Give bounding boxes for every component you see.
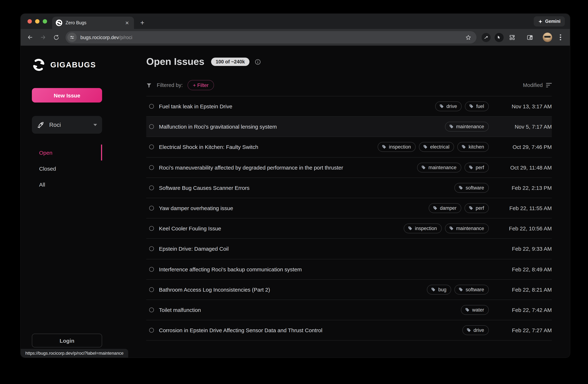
- bookmark-star-icon[interactable]: [463, 33, 473, 42]
- project-select[interactable]: Roci: [32, 116, 102, 134]
- site-favicon: [56, 20, 62, 26]
- issue-title[interactable]: Toilet malfunction: [159, 307, 201, 313]
- close-window-button[interactable]: [27, 19, 32, 23]
- issue-title[interactable]: Bathroom Access Log Inconsistencies (Par…: [159, 287, 270, 293]
- extension-cursor-icon[interactable]: [493, 31, 505, 43]
- extensions-puzzle-icon[interactable]: [506, 31, 518, 43]
- issue-tags: maintenance perf: [417, 162, 489, 172]
- tag-label: water: [472, 307, 484, 313]
- forward-button[interactable]: [37, 31, 49, 43]
- tag-pill[interactable]: maintenance: [445, 122, 489, 132]
- tag-pill[interactable]: drive: [435, 101, 462, 111]
- sort-label[interactable]: Modified: [523, 82, 543, 88]
- issue-title[interactable]: Epstein Drive: Damaged Coil: [159, 246, 229, 252]
- browser-menu-icon[interactable]: [555, 31, 566, 43]
- tag-icon: [423, 145, 428, 149]
- issue-row[interactable]: Fuel tank leak in Epstein Drive drive fu…: [146, 96, 552, 117]
- zoom-window-button[interactable]: [43, 19, 47, 23]
- issue-row[interactable]: Corrosion in Epstein Drive Affecting Sen…: [146, 320, 552, 340]
- open-status-icon: [149, 206, 154, 210]
- open-status-icon: [149, 165, 154, 170]
- open-status-icon: [149, 145, 154, 149]
- issue-date: Oct 29, 11:48 AM: [498, 164, 552, 170]
- back-button[interactable]: [24, 31, 36, 43]
- minimize-window-button[interactable]: [35, 19, 40, 23]
- issue-date: Feb 22, 7:27 AM: [498, 327, 552, 333]
- sidebar-nav-item-closed[interactable]: Closed: [32, 160, 102, 177]
- tag-pill[interactable]: bug: [427, 285, 451, 294]
- issue-row[interactable]: Malfunction in Roci's gravitational lens…: [146, 117, 552, 137]
- issue-row[interactable]: Roci's maneuverability affected by degra…: [146, 158, 552, 178]
- issue-title[interactable]: Fuel tank leak in Epstein Drive: [159, 103, 232, 109]
- open-status-icon: [149, 287, 154, 292]
- tab-close-icon[interactable]: ✕: [124, 20, 130, 26]
- issue-row[interactable]: Keel Cooler Fouling Issue inspection mai…: [146, 218, 552, 239]
- issue-row[interactable]: Yaw damper overheating issue damper perf…: [146, 198, 552, 218]
- sort-descending-icon[interactable]: [546, 83, 552, 88]
- project-name: Roci: [49, 122, 89, 128]
- issue-title[interactable]: Electrical Shock in Kitchen: Faulty Swit…: [159, 144, 258, 150]
- issue-row[interactable]: Bathroom Access Log Inconsistencies (Par…: [146, 279, 552, 300]
- tag-pill[interactable]: fuel: [465, 101, 489, 111]
- filter-bar: Filtered by: + Filter Modified: [146, 77, 552, 93]
- tag-pill[interactable]: perf: [464, 162, 489, 172]
- info-icon[interactable]: [255, 59, 261, 65]
- open-status-icon: [149, 308, 154, 312]
- page-header: Open Issues 100 of ~240k: [146, 56, 552, 68]
- sidebar-nav-item-all[interactable]: All: [32, 177, 102, 192]
- issue-row[interactable]: Software Bug Causes Scanner Errors softw…: [146, 178, 552, 198]
- address-bar[interactable]: bugs.rocicorp.dev/p/roci: [65, 31, 477, 44]
- login-button[interactable]: Login: [32, 334, 102, 347]
- new-tab-button[interactable]: +: [137, 18, 147, 28]
- issue-title[interactable]: Software Bug Causes Scanner Errors: [159, 185, 250, 191]
- reading-mode-icon[interactable]: [524, 31, 536, 43]
- tag-pill[interactable]: damper: [429, 203, 461, 213]
- sidebar-nav-item-open[interactable]: Open: [32, 145, 102, 160]
- tag-pill[interactable]: kitchen: [457, 142, 489, 152]
- issue-row[interactable]: Toilet malfunction water Feb 22, 7:42 AM: [146, 300, 552, 320]
- open-status-icon: [149, 124, 154, 129]
- site-settings-icon[interactable]: [67, 33, 77, 42]
- tag-icon: [449, 226, 454, 231]
- tag-pill[interactable]: inspection: [378, 142, 416, 152]
- tag-label: maintenance: [456, 226, 484, 231]
- extension-swoosh-icon[interactable]: [480, 31, 492, 43]
- issue-tags: drive: [462, 325, 489, 335]
- browser-toolbar: bugs.rocicorp.dev/p/roci: [21, 29, 570, 46]
- add-filter-button[interactable]: + Filter: [187, 80, 214, 90]
- tag-pill[interactable]: software: [454, 183, 489, 193]
- issue-row[interactable]: Interference affecting Roci's backup com…: [146, 259, 552, 279]
- tab-strip: Zero Bugs ✕ + Gemini: [21, 14, 570, 29]
- tag-pill[interactable]: software: [454, 285, 489, 294]
- url-host: bugs.rocicorp.dev: [80, 35, 119, 40]
- issue-title[interactable]: Interference affecting Roci's backup com…: [159, 266, 302, 272]
- issue-list: Fuel tank leak in Epstein Drive drive fu…: [146, 96, 552, 341]
- issue-title[interactable]: Roci's maneuverability affected by degra…: [159, 164, 343, 170]
- tag-pill[interactable]: perf: [464, 203, 489, 213]
- issue-date: Feb 22, 2:13 PM: [498, 185, 552, 191]
- issue-date: Feb 22, 7:42 AM: [498, 307, 552, 313]
- tag-pill[interactable]: maintenance: [445, 224, 489, 233]
- issue-title[interactable]: Keel Cooler Fouling Issue: [159, 225, 221, 231]
- browser-tab[interactable]: Zero Bugs ✕: [52, 17, 134, 29]
- open-status-icon: [149, 226, 154, 231]
- new-issue-button[interactable]: New Issue: [32, 88, 102, 103]
- tag-pill[interactable]: maintenance: [417, 162, 461, 172]
- tag-pill[interactable]: drive: [462, 325, 489, 335]
- gigabugs-logo-icon: [32, 58, 46, 72]
- tag-pill[interactable]: electrical: [419, 142, 454, 152]
- issue-row[interactable]: Electrical Shock in Kitchen: Faulty Swit…: [146, 137, 552, 158]
- profile-avatar[interactable]: [542, 31, 553, 43]
- issue-title[interactable]: Malfunction in Roci's gravitational lens…: [159, 124, 277, 130]
- issue-row[interactable]: Epstein Drive: Damaged Coil Feb 22, 9:33…: [146, 239, 552, 259]
- issue-title[interactable]: Corrosion in Epstein Drive Affecting Sen…: [159, 327, 322, 333]
- tag-pill[interactable]: water: [461, 305, 489, 315]
- gemini-button[interactable]: Gemini: [533, 16, 565, 26]
- tag-pill[interactable]: inspection: [404, 224, 442, 233]
- issue-title[interactable]: Yaw damper overheating issue: [159, 205, 233, 211]
- tag-icon: [458, 185, 463, 190]
- tag-label: maintenance: [428, 165, 457, 170]
- page-title: Open Issues: [146, 56, 204, 68]
- tag-icon: [421, 165, 426, 170]
- reload-button[interactable]: [50, 31, 62, 43]
